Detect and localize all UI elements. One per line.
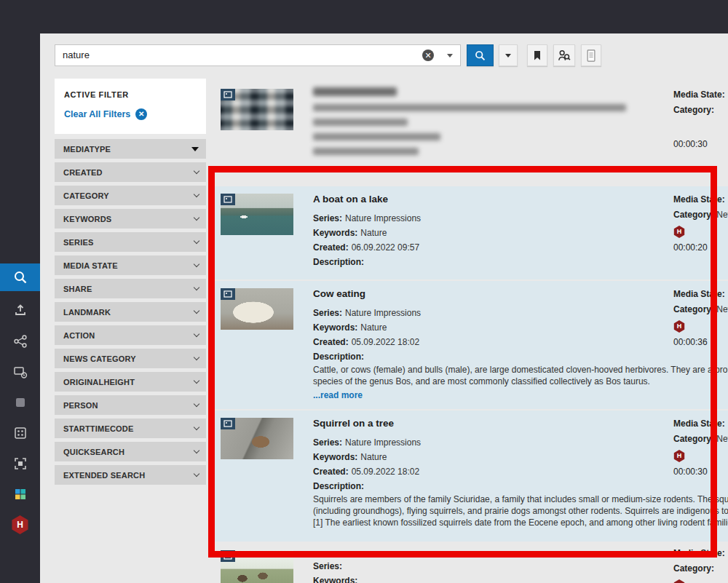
created-line: Created:05.09.2022 18:02 — [313, 464, 728, 479]
sidebar-brand-button[interactable]: H — [0, 511, 40, 539]
search-icon — [474, 49, 486, 62]
chevron-down-icon — [194, 214, 199, 220]
result-thumbnail[interactable] — [221, 550, 293, 583]
filter-category[interactable]: CATEGORY — [55, 186, 206, 205]
sidebar-media-settings-button[interactable] — [0, 358, 40, 386]
x-circle-icon[interactable]: ✕ — [135, 108, 147, 120]
user-search-icon — [557, 49, 571, 63]
redacted-line — [313, 133, 440, 140]
search-suggest-caret-icon[interactable] — [447, 54, 453, 57]
result-thumbnail[interactable] — [221, 418, 293, 459]
redacted-line — [313, 119, 408, 126]
result-title[interactable]: A boat on a lake — [313, 194, 728, 205]
filter-action[interactable]: ACTION — [55, 325, 206, 345]
category-label: Category: — [673, 105, 714, 115]
series-value: Nature Impressions — [345, 308, 421, 318]
created-value: 05.09.2022 18:02 — [352, 337, 419, 347]
search-button[interactable] — [467, 44, 494, 66]
filter-extended-search[interactable]: EXTENDED SEARCH — [55, 465, 206, 485]
sidebar-upload-button[interactable] — [0, 296, 40, 323]
result-thumbnail[interactable] — [221, 288, 293, 330]
filter-series[interactable]: SERIES — [55, 232, 206, 252]
result-title[interactable]: Cow eating — [313, 288, 728, 299]
filter-label: ORIGINALHEIGHT — [63, 378, 135, 386]
sidebar-qr-scan-button[interactable] — [0, 450, 40, 477]
filter-keywords[interactable]: KEYWORDS — [55, 209, 206, 229]
result-thumbnail[interactable] — [221, 89, 293, 130]
document-button[interactable] — [581, 44, 601, 66]
category-label: Category: — [673, 563, 714, 574]
sidebar-workflow-button[interactable] — [0, 328, 40, 355]
filter-created[interactable]: CREATED — [55, 162, 206, 182]
keywords-label: Keywords: — [313, 322, 357, 333]
media-type-badge-icon — [221, 194, 235, 205]
keywords-label: Keywords: — [313, 576, 357, 583]
media-type-badge-icon — [221, 288, 235, 300]
media-state-label: Media State: — [673, 87, 728, 103]
filter-media-state[interactable]: MEDIA STATE — [55, 255, 206, 275]
description-text: Cattle, or cows (female) and bulls (male… — [313, 364, 728, 387]
saved-user-search-button[interactable] — [553, 44, 575, 66]
chevron-down-icon — [194, 377, 199, 383]
keywords-label: Keywords: — [313, 228, 357, 238]
filter-mediatype[interactable]: MEDIATYPE — [55, 139, 206, 159]
series-line: Series:Nature Impressions — [313, 306, 728, 320]
clear-search-icon[interactable]: ✕ — [422, 49, 434, 61]
grid-dots-icon — [13, 426, 28, 440]
sidebar-search-button[interactable] — [0, 263, 40, 291]
description-line: Cattle, or cows (female) and bulls (male… — [313, 364, 728, 376]
redacted-line — [313, 104, 626, 111]
search-query[interactable]: nature — [63, 45, 90, 66]
filter-label: QUICKSEARCH — [63, 448, 124, 456]
chevron-down-icon — [194, 237, 199, 243]
media-state-label: Media State: — [673, 416, 728, 432]
created-value: 05.09.2022 18:02 — [352, 467, 419, 477]
filter-starttimecode[interactable]: STARTTIMECODE — [55, 419, 206, 438]
description-line: [1] The earliest known fossilized squirr… — [313, 517, 728, 528]
sidebar-apps-button[interactable] — [0, 480, 40, 508]
result-item[interactable]: Series: Keywords: Media State: Category:… — [211, 543, 728, 583]
chevron-down-icon — [194, 330, 199, 336]
result-title[interactable]: Squirrel on a tree — [313, 418, 728, 429]
result-thumbnail[interactable] — [221, 194, 293, 235]
redacted-line — [313, 148, 419, 155]
created-label: Created: — [313, 337, 349, 347]
result-item[interactable]: Cow eating Series:Nature Impressions Key… — [211, 281, 728, 409]
result-status-column: Media State: Category: News H 00:00:36 — [673, 287, 728, 350]
chevron-down-icon — [194, 261, 199, 266]
sidebar-collections-button[interactable] — [0, 419, 40, 447]
filter-originalheight[interactable]: ORIGINALHEIGHT — [55, 372, 206, 392]
series-label: Series: — [313, 437, 342, 448]
filter-news-category[interactable]: NEWS CATEGORY — [55, 349, 206, 368]
search-input[interactable]: nature ✕ — [55, 44, 461, 66]
media-state-label: Media State: — [673, 192, 728, 207]
clear-all-filters[interactable]: Clear All Filters ✕ — [64, 108, 197, 120]
result-item[interactable]: Media State: Category: 00:00:30 — [211, 82, 728, 170]
filter-share[interactable]: SHARE — [55, 279, 206, 298]
category-label: Category: — [673, 210, 714, 220]
description-label: Description: — [313, 349, 728, 364]
filter-landmark[interactable]: LANDMARK — [55, 302, 206, 322]
chevron-down-icon — [194, 284, 199, 290]
created-label: Created: — [313, 467, 349, 477]
selection-accent — [211, 281, 215, 409]
description-text: Squirrels are members of the family Sciu… — [313, 493, 728, 528]
bookmark-icon — [531, 49, 543, 62]
selection-accent — [211, 411, 215, 542]
bookmark-button[interactable] — [527, 44, 547, 66]
keywords-label: Keywords: — [313, 452, 357, 462]
series-label: Series: — [313, 561, 342, 571]
series-label: Series: — [313, 213, 342, 223]
result-item[interactable]: A boat on a lake Series:Nature Impressio… — [211, 186, 728, 279]
filter-label: CATEGORY — [63, 191, 109, 200]
result-item[interactable]: Squirrel on a tree Series:Nature Impress… — [211, 411, 728, 542]
search-options-dropdown-button[interactable] — [499, 44, 518, 66]
selection-accent — [211, 186, 215, 279]
result-status-column: Media State: Category: 00:00:30 — [673, 87, 728, 152]
media-settings-icon — [12, 364, 28, 380]
read-more-link[interactable]: ...read more — [313, 390, 363, 400]
category-label: Category: — [673, 304, 714, 314]
sidebar-cube-button[interactable] — [0, 389, 40, 416]
filter-person[interactable]: PERSON — [55, 395, 206, 415]
filter-quicksearch[interactable]: QUICKSEARCH — [55, 442, 206, 461]
